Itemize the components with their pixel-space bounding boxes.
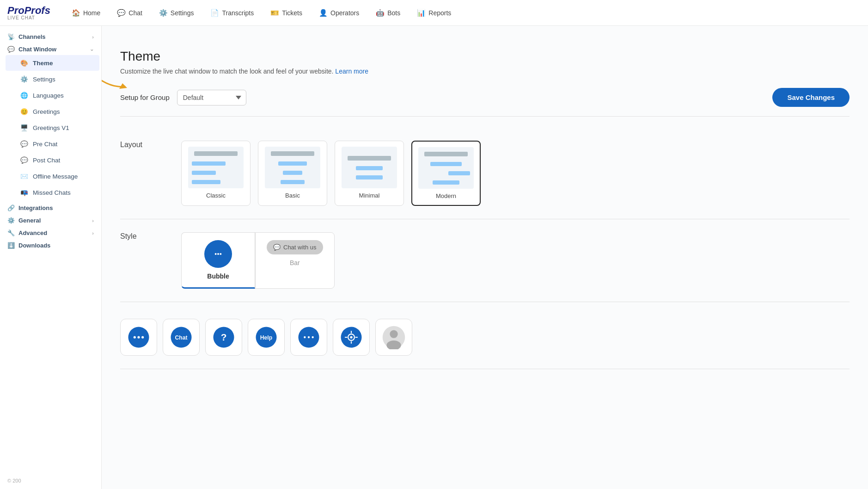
sidebar-item-languages[interactable]: 🌐 Languages xyxy=(6,87,99,103)
arrow-svg xyxy=(102,61,134,98)
layout-modern-name: Modern xyxy=(436,192,456,199)
chat-icon: 💬 xyxy=(117,9,126,17)
layout-section-content: Layout Classic xyxy=(120,141,850,206)
layout-minimal-name: Minimal xyxy=(359,192,380,199)
bubble-chat-svg xyxy=(211,247,226,261)
greetings-v1-icon: 🖥️ xyxy=(20,124,28,131)
nav-bots[interactable]: 🤖Bots xyxy=(369,6,407,20)
sidebar-settings-label: Settings xyxy=(33,76,55,83)
tickets-icon: 🎫 xyxy=(270,9,279,17)
sidebar-languages-label: Languages xyxy=(33,92,64,99)
icon-ellipsis[interactable] xyxy=(290,319,327,356)
chat-window-arrow-icon: ⌄ xyxy=(90,46,94,52)
svg-point-18 xyxy=(312,336,314,338)
nav-operators[interactable]: 👤Operators xyxy=(312,6,366,20)
general-icon: ⚙️ xyxy=(7,217,15,224)
style-label: Style xyxy=(120,232,176,241)
layout-classic[interactable]: Classic xyxy=(181,141,251,206)
icon-help[interactable]: Help xyxy=(248,319,285,356)
layout-basic[interactable]: Basic xyxy=(258,141,327,206)
layout-basic-thumb xyxy=(265,147,320,188)
nav-home[interactable]: 🏠Home xyxy=(65,6,107,20)
sidebar-item-settings[interactable]: ⚙️ Settings xyxy=(6,71,99,87)
style-bar-name: Bar xyxy=(290,259,300,266)
layout-basic-name: Basic xyxy=(285,192,300,199)
bar-preview: 💬 Chat with us xyxy=(267,240,323,254)
learn-more-link[interactable]: Learn more xyxy=(335,68,368,75)
settings-icon: ⚙️ xyxy=(159,9,168,17)
style-section: Style Bubble xyxy=(120,219,850,302)
greetings-icon: 😊 xyxy=(20,108,28,115)
advanced-arrow-icon: › xyxy=(92,230,94,236)
layout-section: Layout Classic xyxy=(120,128,850,219)
integrations-icon: 🔗 xyxy=(7,204,15,211)
sidebar-item-greetings[interactable]: 😊 Greetings xyxy=(6,104,99,119)
sidebar-channels-label: Channels xyxy=(18,33,46,40)
icon-speech-dots[interactable] xyxy=(120,319,157,356)
sidebar-item-greetings-v1[interactable]: 🖥️ Greetings V1 xyxy=(6,120,99,136)
icon-question[interactable]: ? xyxy=(205,319,242,356)
bubble-icon xyxy=(204,240,232,268)
reports-icon: 📊 xyxy=(417,9,426,17)
svg-point-7 xyxy=(137,336,140,338)
sidebar-chat-window-children: 🎨 Theme ⚙️ Settings 🌐 Languages 😊 Greeti… xyxy=(0,55,101,201)
layout-minimal[interactable]: Minimal xyxy=(335,141,404,206)
save-changes-button[interactable]: Save Changes xyxy=(772,88,850,107)
pre-chat-icon: 💬 xyxy=(20,140,28,148)
bar-preview-text: Chat with us xyxy=(283,244,317,251)
sidebar-item-general[interactable]: ⚙️ General › xyxy=(0,213,101,226)
icon-person-photo[interactable] xyxy=(375,319,412,356)
svg-point-16 xyxy=(304,336,306,338)
sidebar-post-chat-label: Post Chat xyxy=(33,157,60,164)
setup-group-row: Setup for Group Default Save Changes xyxy=(120,88,850,117)
nav-tickets[interactable]: 🎫Tickets xyxy=(264,6,309,20)
logo-subtitle: Live Chat xyxy=(7,16,50,20)
sidebar-item-integrations[interactable]: 🔗 Integrations xyxy=(0,201,101,213)
icon-chat-text[interactable]: Chat xyxy=(163,319,200,356)
svg-point-27 xyxy=(390,330,397,338)
sidebar-item-pre-chat[interactable]: 💬 Pre Chat xyxy=(6,136,99,152)
style-bubble[interactable]: Bubble xyxy=(181,232,255,289)
sidebar-item-downloads[interactable]: ⬇️ Downloads xyxy=(0,238,101,251)
downloads-icon: ⬇️ xyxy=(7,242,15,249)
layout-label: Layout xyxy=(120,141,176,149)
style-section-content: Style Bubble xyxy=(120,232,850,289)
sidebar-item-post-chat[interactable]: 💬 Post Chat xyxy=(6,152,99,168)
svg-point-17 xyxy=(308,336,310,338)
svg-point-6 xyxy=(134,336,136,338)
nav-settings[interactable]: ⚙️Settings xyxy=(153,6,201,20)
nav-transcripts[interactable]: 📄Transcripts xyxy=(204,6,260,20)
sidebar-item-channels[interactable]: 📡 Channels › xyxy=(0,30,101,42)
advanced-icon: 🔧 xyxy=(7,229,15,236)
settings-sub-icon: ⚙️ xyxy=(20,75,28,83)
icon-settings-circle[interactable] xyxy=(333,319,370,356)
sidebar-theme-label: Theme xyxy=(33,60,53,67)
svg-text:Chat: Chat xyxy=(175,334,188,341)
nav-reports[interactable]: 📊Reports xyxy=(410,6,458,20)
sidebar-item-missed-chats[interactable]: 📭 Missed Chats xyxy=(6,185,99,200)
channels-arrow-icon: › xyxy=(92,34,94,40)
layout-classic-name: Classic xyxy=(206,192,226,199)
sidebar-item-chat-window[interactable]: 💬 Chat Window ⌄ xyxy=(0,42,101,55)
nav-chat[interactable]: 💬Chat xyxy=(110,6,149,20)
offline-message-icon: ✉️ xyxy=(20,173,28,180)
style-bar[interactable]: 💬 Chat with us Bar xyxy=(255,232,335,289)
svg-point-8 xyxy=(141,336,144,338)
layout-modern-thumb xyxy=(418,147,474,189)
sidebar-general-label: General xyxy=(18,217,41,224)
sidebar-pre-chat-label: Pre Chat xyxy=(33,141,57,148)
layout-modern[interactable]: Modern xyxy=(411,141,481,206)
sidebar-greetings-v1-label: Greetings V1 xyxy=(33,124,69,131)
sidebar-item-advanced[interactable]: 🔧 Advanced › xyxy=(0,226,101,238)
style-bubble-name: Bubble xyxy=(207,272,229,280)
svg-point-4 xyxy=(220,253,221,255)
main-content: Theme Customize the live chat window to … xyxy=(102,26,868,489)
sidebar-integrations-label: Integrations xyxy=(18,204,53,211)
transcripts-icon: 📄 xyxy=(210,9,219,17)
group-select[interactable]: Default xyxy=(177,90,246,105)
sidebar-item-theme[interactable]: 🎨 Theme xyxy=(6,55,99,71)
bots-icon: 🤖 xyxy=(376,9,385,17)
sidebar-missed-chats-label: Missed Chats xyxy=(33,189,71,196)
sidebar-item-offline-message[interactable]: ✉️ Offline Message xyxy=(6,168,99,184)
page-description: Customize the live chat window to match … xyxy=(120,68,850,75)
